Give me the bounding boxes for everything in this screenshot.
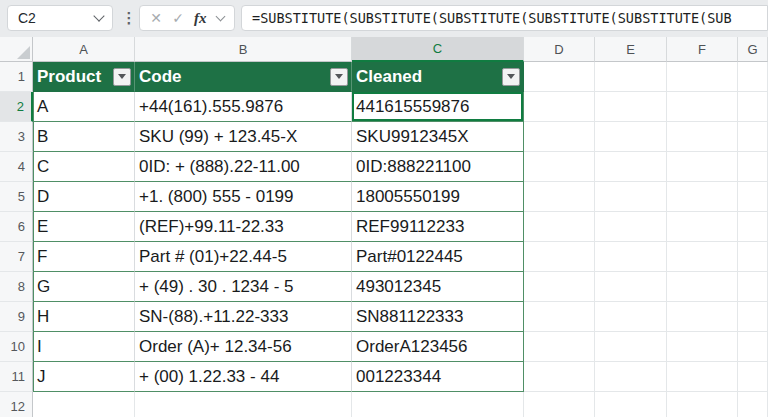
empty-cell[interactable] — [738, 62, 768, 92]
fx-chevron-icon[interactable] — [215, 11, 225, 21]
empty-cell[interactable] — [524, 332, 595, 362]
table-cell[interactable]: B — [33, 122, 135, 152]
table-cell[interactable]: +44(161).555.9876 — [135, 92, 352, 122]
empty-cell[interactable] — [524, 182, 595, 212]
table-cell[interactable]: SKU9912345X — [352, 122, 524, 152]
empty-cell[interactable] — [667, 242, 738, 272]
empty-cell[interactable] — [524, 242, 595, 272]
column-header-a[interactable]: A — [33, 37, 135, 62]
empty-cell[interactable] — [738, 242, 768, 272]
table-cell[interactable]: OrderA123456 — [352, 332, 524, 362]
empty-cell[interactable] — [524, 272, 595, 302]
name-box[interactable]: C2 — [7, 5, 113, 31]
empty-cell[interactable] — [667, 212, 738, 242]
empty-cell[interactable] — [667, 302, 738, 332]
select-all-button[interactable] — [0, 37, 33, 62]
empty-cell[interactable] — [524, 392, 595, 417]
empty-cell[interactable] — [595, 332, 667, 362]
empty-cell[interactable] — [738, 212, 768, 242]
empty-cell[interactable] — [595, 152, 667, 182]
empty-cell[interactable] — [524, 212, 595, 242]
empty-cell[interactable] — [595, 122, 667, 152]
empty-cell[interactable] — [667, 152, 738, 182]
column-header-f[interactable]: F — [667, 37, 738, 62]
empty-cell[interactable] — [524, 62, 595, 92]
table-cell[interactable]: I — [33, 332, 135, 362]
confirm-icon[interactable]: ✓ — [172, 11, 184, 25]
table-cell[interactable]: A — [33, 92, 135, 122]
empty-cell[interactable] — [524, 122, 595, 152]
empty-cell[interactable] — [595, 92, 667, 122]
table-cell[interactable]: Order (A)+ 12.34-56 — [135, 332, 352, 362]
table-cell[interactable]: 001223344 — [352, 362, 524, 392]
table-header-code[interactable]: Code — [135, 62, 352, 92]
empty-cell[interactable] — [738, 272, 768, 302]
table-cell[interactable]: Part # (01)+22.44-5 — [135, 242, 352, 272]
row-header-10[interactable]: 10 — [0, 332, 33, 362]
table-header-product[interactable]: Product — [33, 62, 135, 92]
table-cell[interactable]: 18005550199 — [352, 182, 524, 212]
row-header-7[interactable]: 7 — [0, 242, 33, 272]
empty-cell[interactable] — [595, 302, 667, 332]
table-cell[interactable]: E — [33, 212, 135, 242]
empty-cell[interactable] — [595, 272, 667, 302]
empty-cell[interactable] — [738, 302, 768, 332]
table-cell[interactable]: Part#0122445 — [352, 242, 524, 272]
empty-cell[interactable] — [33, 392, 135, 417]
empty-cell[interactable] — [667, 272, 738, 302]
insert-function-icon[interactable]: fx — [194, 11, 207, 26]
row-header-6[interactable]: 6 — [0, 212, 33, 242]
table-cell[interactable]: +1. (800) 555 - 0199 — [135, 182, 352, 212]
column-header-e[interactable]: E — [595, 37, 667, 62]
empty-cell[interactable] — [595, 242, 667, 272]
row-header-3[interactable]: 3 — [0, 122, 33, 152]
filter-button-cleaned[interactable] — [502, 68, 520, 86]
row-header-2[interactable]: 2 — [0, 92, 33, 122]
empty-cell[interactable] — [667, 92, 738, 122]
formula-input[interactable]: =SUBSTITUTE(SUBSTITUTE(SUBSTITUTE(SUBSTI… — [241, 5, 768, 31]
table-cell[interactable]: D — [33, 182, 135, 212]
selected-cell-c2[interactable]: 441615559876 — [352, 92, 524, 122]
empty-cell[interactable] — [738, 332, 768, 362]
row-header-11[interactable]: 11 — [0, 362, 33, 392]
empty-cell[interactable] — [667, 362, 738, 392]
row-header-12[interactable]: 12 — [0, 392, 33, 417]
kebab-icon[interactable]: ⋮ — [123, 5, 135, 31]
row-header-5[interactable]: 5 — [0, 182, 33, 212]
empty-cell[interactable] — [667, 332, 738, 362]
empty-cell[interactable] — [524, 362, 595, 392]
empty-cell[interactable] — [352, 392, 524, 417]
table-cell[interactable]: (REF)+99.11-22.33 — [135, 212, 352, 242]
table-cell[interactable]: 0ID: + (888).22-11.00 — [135, 152, 352, 182]
column-header-b[interactable]: B — [135, 37, 352, 62]
table-header-cleaned[interactable]: Cleaned — [352, 62, 524, 92]
table-cell[interactable]: G — [33, 272, 135, 302]
empty-cell[interactable] — [667, 182, 738, 212]
empty-cell[interactable] — [738, 362, 768, 392]
empty-cell[interactable] — [738, 152, 768, 182]
table-cell[interactable]: H — [33, 302, 135, 332]
empty-cell[interactable] — [738, 92, 768, 122]
table-cell[interactable]: 0ID:888221100 — [352, 152, 524, 182]
column-header-d[interactable]: D — [524, 37, 595, 62]
empty-cell[interactable] — [135, 392, 352, 417]
empty-cell[interactable] — [667, 122, 738, 152]
column-header-c[interactable]: C — [352, 37, 524, 62]
row-header-8[interactable]: 8 — [0, 272, 33, 302]
row-header-9[interactable]: 9 — [0, 302, 33, 332]
table-cell[interactable]: SKU (99) + 123.45-X — [135, 122, 352, 152]
empty-cell[interactable] — [738, 122, 768, 152]
row-header-4[interactable]: 4 — [0, 152, 33, 182]
empty-cell[interactable] — [738, 392, 768, 417]
table-cell[interactable]: C — [33, 152, 135, 182]
row-header-1[interactable]: 1 — [0, 62, 33, 92]
cancel-icon[interactable]: ✕ — [150, 11, 162, 25]
empty-cell[interactable] — [667, 392, 738, 417]
empty-cell[interactable] — [595, 62, 667, 92]
empty-cell[interactable] — [595, 392, 667, 417]
table-cell[interactable]: SN881122333 — [352, 302, 524, 332]
table-cell[interactable]: REF99112233 — [352, 212, 524, 242]
name-box-chevron-icon[interactable] — [93, 10, 104, 21]
filter-button-code[interactable] — [330, 68, 348, 86]
table-cell[interactable]: J — [33, 362, 135, 392]
